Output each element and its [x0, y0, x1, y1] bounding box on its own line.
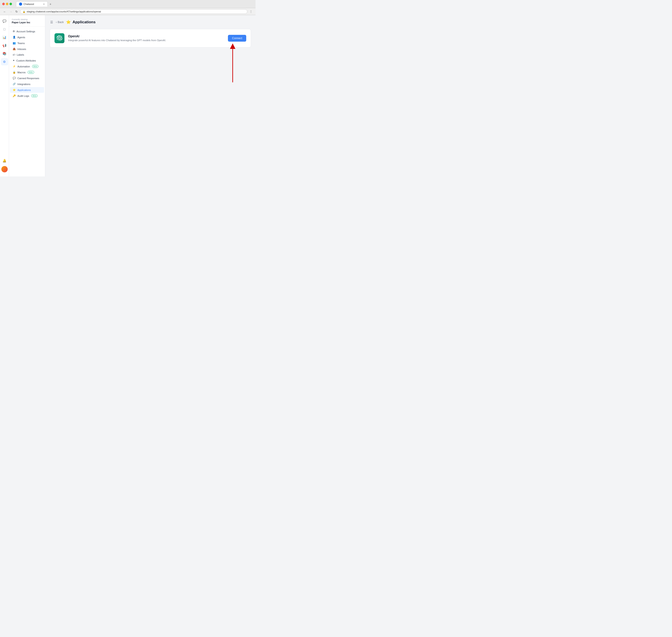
canned-responses-icon: 💬	[13, 77, 16, 79]
connect-button[interactable]: Connect	[228, 35, 246, 42]
integrations-icon: 🔗	[13, 83, 16, 86]
annotation-arrow	[226, 42, 242, 87]
back-chevron-icon: ‹	[56, 21, 57, 24]
macros-icon: 🔒	[13, 71, 16, 74]
sidebar-item-label-labels: Labels	[17, 53, 24, 56]
sidebar-item-label-macros: Macros	[17, 71, 25, 74]
main-content: ☰ ‹ Back ⭐ Applications OpenAI Integrate…	[45, 15, 256, 177]
sidebar-item-label-integrations: Integrations	[17, 83, 30, 86]
browser-chrome: Chatwoot ✕ + ← → ↻ 🔒 staging.chatwoot.co…	[0, 0, 256, 15]
tab-favicon	[19, 2, 22, 6]
sidebar-item-canned-responses[interactable]: 💬 Canned Responses	[10, 75, 44, 81]
back-link[interactable]: ‹ Back	[56, 21, 64, 24]
openai-logo	[55, 33, 64, 43]
applications-icon: ⭐	[13, 88, 16, 91]
page-title: ⭐ Applications	[66, 20, 96, 24]
currently-viewing-label: Currently viewing:	[12, 18, 42, 21]
sidebar-item-agents[interactable]: 👤 Agents	[10, 34, 44, 40]
sidebar-item-applications[interactable]: ⭐ Applications	[10, 87, 44, 93]
sidebar-icon-reports[interactable]: 📊	[1, 34, 8, 41]
openai-app-info: OpenAI Integrate powerful AI features in…	[68, 34, 224, 42]
sidebar-item-automation[interactable]: ⚡ Automation Beta	[10, 63, 44, 69]
openai-app-description: Integrate powerful AI features into Chat…	[68, 39, 224, 42]
account-settings-icon: ⚙	[13, 30, 15, 33]
automation-beta-badge: Beta	[32, 65, 38, 68]
maximize-traffic-light[interactable]	[10, 3, 12, 5]
sidebar-item-custom-attributes[interactable]: ✦ Custom Attributes	[10, 58, 44, 63]
sidebar-item-inboxes[interactable]: 📥 Inboxes	[10, 46, 44, 52]
custom-attributes-icon: ✦	[13, 59, 15, 62]
inboxes-icon: 📥	[13, 48, 16, 51]
sidebar-item-labels[interactable]: 🏷 Labels	[10, 52, 44, 57]
active-tab[interactable]: Chatwoot ✕	[16, 1, 48, 6]
page-header: ☰ ‹ Back ⭐ Applications	[50, 20, 251, 24]
tab-title: Chatwoot	[23, 3, 34, 5]
minimize-traffic-light[interactable]	[6, 3, 8, 5]
sidebar-icon-conversations[interactable]: 💬	[1, 17, 8, 25]
page-title-icon: ⭐	[66, 20, 71, 24]
sidebar-item-label-automation: Automation	[17, 65, 30, 68]
browser-tabs: Chatwoot ✕ +	[16, 1, 53, 6]
openai-app-card: OpenAI Integrate powerful AI features in…	[50, 29, 251, 48]
reload-button[interactable]: ↻	[15, 10, 19, 14]
openai-svg-icon	[57, 35, 62, 41]
automation-icon: ⚡	[13, 65, 16, 68]
sidebar-item-label-inboxes: Inboxes	[17, 48, 26, 51]
back-link-label: Back	[58, 21, 64, 24]
back-button[interactable]: ←	[2, 10, 7, 14]
tab-close-button[interactable]: ✕	[43, 3, 45, 5]
openai-app-name: OpenAI	[68, 34, 224, 38]
nav-icons: ⋮	[249, 9, 253, 14]
currently-viewing-name: Paper Layer Inc	[12, 21, 42, 24]
sidebar-item-macros[interactable]: 🔒 Macros Beta	[10, 70, 44, 75]
sidebar-item-account-settings[interactable]: ⚙ Account Settings	[10, 29, 44, 34]
browser-nav: ← → ↻ 🔒 staging.chatwoot.com/app/account…	[0, 8, 256, 15]
labels-icon: 🏷	[13, 53, 15, 56]
sidebar-icon-contacts[interactable]: □	[1, 25, 8, 33]
audit-logs-beta-badge: Beta	[31, 94, 38, 97]
teams-icon: 👥	[13, 42, 16, 44]
lock-icon: 🔒	[23, 11, 25, 13]
settings-sidebar: Currently viewing: Paper Layer Inc ⚙ Acc…	[9, 15, 45, 177]
hamburger-button[interactable]: ☰	[50, 20, 54, 24]
traffic-lights	[2, 3, 12, 5]
page-title-text: Applications	[73, 20, 96, 24]
sidebar-item-label-custom-attributes: Custom Attributes	[16, 59, 36, 62]
avatar[interactable]	[1, 166, 8, 172]
new-tab-button[interactable]: +	[48, 2, 53, 6]
sidebar-item-label-audit-logs: Audit Logs	[17, 94, 29, 97]
forward-button[interactable]: →	[8, 10, 13, 14]
app-layout: 💬 □ 📊 📢 📚 ⚙ 🔔 Currently viewing: Paper L…	[0, 15, 256, 177]
url-bar[interactable]: 🔒 staging.chatwoot.com/app/accounts/47/s…	[20, 9, 247, 14]
sidebar-item-audit-logs[interactable]: 🔑 Audit Logs Beta	[10, 93, 44, 98]
sidebar-item-integrations[interactable]: 🔗 Integrations	[10, 81, 44, 87]
macros-beta-badge: Beta	[27, 71, 34, 74]
sidebar-icon-campaigns[interactable]: 📢	[1, 42, 8, 49]
sidebar-item-teams[interactable]: 👥 Teams	[10, 40, 44, 46]
sidebar-item-label-account-settings: Account Settings	[17, 30, 35, 33]
sidebar-item-label-canned-responses: Canned Responses	[17, 77, 39, 79]
extensions-button[interactable]: ⋮	[249, 9, 253, 14]
sidebar-item-label-teams: Teams	[17, 42, 25, 44]
url-text: staging.chatwoot.com/app/accounts/47/set…	[27, 10, 101, 13]
sidebar-icon-notifications[interactable]: 🔔	[1, 157, 8, 164]
sidebar-icon-settings[interactable]: ⚙	[1, 58, 8, 66]
agents-icon: 👤	[13, 36, 16, 39]
close-traffic-light[interactable]	[2, 3, 5, 5]
audit-logs-icon: 🔑	[13, 94, 16, 97]
sidebar-icon-help[interactable]: 📚	[1, 50, 8, 57]
sidebar-item-label-agents: Agents	[17, 36, 25, 39]
sidebar-item-label-applications: Applications	[17, 89, 31, 91]
currently-viewing: Currently viewing: Paper Layer Inc	[9, 18, 45, 27]
app-sidebar-icons: 💬 □ 📊 📢 📚 ⚙ 🔔	[0, 15, 9, 177]
